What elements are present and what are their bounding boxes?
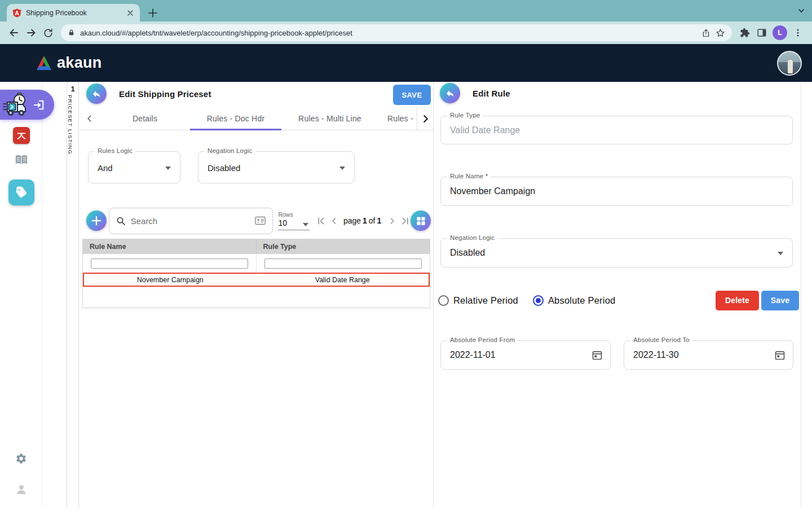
chevron-down-icon (303, 223, 308, 226)
browser-menu-kebab-icon[interactable] (789, 24, 806, 41)
angular-favicon-icon: A (12, 8, 21, 17)
rule-negation-logic-label: Negation Logic (447, 234, 498, 241)
sidebar-profile[interactable] (0, 483, 42, 496)
rules-logic-label: Rules Logic (95, 147, 135, 154)
relative-period-label: Relative Period (453, 295, 518, 306)
user-avatar[interactable] (777, 51, 802, 76)
rules-logic-select[interactable]: Rules Logic And (88, 151, 180, 183)
tab-details[interactable]: Details (100, 107, 190, 130)
new-tab-button[interactable] (145, 6, 160, 20)
rule-panel: Edit Rule Rule Type Valid Date Range Rul… (434, 82, 801, 508)
url-text: akaun.cloud/#/applets/tnt/wavelet/erp/ac… (80, 29, 696, 37)
chevron-down-icon (778, 252, 783, 255)
sidebar-item-docs[interactable] (0, 153, 42, 167)
cell-rule-name: November Campaign (84, 276, 257, 284)
akaun-logo: akaun (36, 54, 102, 72)
browser-tab-strip: A Shipping Pricebook (0, 0, 812, 21)
priceset-listing-strip[interactable]: 1 PRICESET LISTING (67, 82, 79, 508)
reload-icon[interactable] (39, 24, 56, 41)
rule-name-filter-input[interactable] (91, 259, 248, 269)
sidebar-item-pricebook[interactable] (0, 179, 42, 205)
side-panel-icon[interactable] (753, 24, 770, 41)
url-bar[interactable]: akaun.cloud/#/applets/tnt/wavelet/erp/ac… (61, 24, 732, 41)
listing-count: 1 (67, 85, 78, 93)
enter-applet-icon (33, 99, 45, 111)
delivery-truck-clock-icon (3, 93, 30, 117)
absolute-period-to-field[interactable]: Absolute Period To 2022-11-30 (624, 340, 793, 370)
chevron-down-icon (165, 167, 171, 170)
search-icon (116, 216, 126, 226)
card-view-icon[interactable] (255, 216, 266, 225)
grid-view-button[interactable] (411, 211, 431, 231)
table-empty-row (83, 287, 430, 308)
tab-close-icon[interactable] (126, 9, 134, 17)
last-page-icon[interactable] (399, 215, 411, 226)
priceset-back-button[interactable] (86, 84, 107, 104)
extensions-puzzle-icon[interactable] (736, 24, 753, 41)
tab-rules-doc-hdr[interactable]: Rules - Doc Hdr (190, 107, 281, 130)
tab-rules-partial[interactable]: Rules - (378, 107, 413, 130)
person-icon (15, 483, 28, 496)
rule-negation-logic-value: Disabled (450, 248, 485, 258)
priceset-save-button[interactable]: SAVE (393, 85, 431, 105)
sidebar-settings[interactable] (0, 453, 42, 465)
rows-label: Rows (278, 211, 311, 218)
browser-tab[interactable]: A Shipping Pricebook (7, 4, 140, 21)
negation-logic-select[interactable]: Negation Logic Disabled (198, 151, 355, 183)
first-page-icon[interactable] (316, 215, 327, 226)
save-rule-button[interactable]: Save (761, 291, 799, 310)
calendar-icon[interactable] (774, 349, 785, 361)
priceset-panel: Edit Shipping Priceset SAVE Details Rule… (80, 82, 433, 508)
rule-type-field: Rule Type Valid Date Range (440, 116, 793, 144)
prev-page-icon[interactable] (329, 215, 340, 226)
forward-icon[interactable] (23, 24, 39, 41)
sidebar-item-red-app[interactable] (0, 127, 42, 144)
column-header-rule-type[interactable]: Rule Type (257, 239, 430, 254)
rows-per-page[interactable]: Rows 10 (278, 211, 311, 230)
rule-name-field[interactable]: Rule Name * November Campaign (440, 177, 793, 206)
panel-divider (433, 82, 434, 508)
rule-name-label: Rule Name * (447, 173, 491, 179)
chevron-down-icon (339, 167, 345, 170)
negation-logic-label: Negation Logic (205, 147, 255, 154)
browser-toolbar: akaun.cloud/#/applets/tnt/wavelet/erp/ac… (0, 21, 812, 44)
absolute-period-label: Absolute Period (548, 295, 616, 306)
tab-list-chevron-icon[interactable] (797, 7, 805, 15)
tabs-scroll-left-icon[interactable] (80, 107, 100, 130)
browser-profile-avatar[interactable]: L (773, 25, 787, 40)
rules-logic-value: And (98, 163, 113, 172)
rule-type-filter-input[interactable] (264, 259, 422, 269)
absolute-period-radio[interactable] (533, 295, 544, 306)
tabs-scroll-right-icon[interactable] (417, 107, 433, 130)
rules-toolbar: Rows 10 page1of1 (86, 207, 431, 234)
gear-icon (15, 453, 27, 465)
add-rule-button[interactable] (86, 211, 107, 231)
priceset-tabs: Details Rules - Doc Hdr Rules - Multi Li… (80, 107, 433, 130)
tab-title: Shipping Pricebook (26, 9, 122, 17)
plus-icon (91, 216, 102, 226)
sidebar-item-shipping-pricebook[interactable] (0, 90, 54, 120)
relative-period-radio[interactable] (438, 295, 449, 306)
rule-back-button[interactable] (440, 83, 460, 103)
red-app-icon (13, 127, 30, 144)
delete-rule-button[interactable]: Delete (716, 291, 759, 310)
rows-value[interactable]: 10 (278, 218, 310, 230)
absolute-period-from-field[interactable]: Absolute Period From 2022-11-01 (440, 340, 611, 370)
listing-label: PRICESET LISTING (67, 95, 73, 155)
column-header-rule-name[interactable]: Rule Name (83, 239, 257, 254)
grid-icon (416, 216, 426, 226)
app-navbar: akaun (0, 44, 812, 82)
rule-type-value: Valid Date Range (450, 125, 520, 135)
share-icon[interactable] (701, 28, 710, 38)
rules-search-box[interactable] (109, 208, 273, 234)
pagination: page1of1 (316, 215, 411, 226)
bookmark-star-icon[interactable] (716, 28, 725, 38)
priceset-panel-title: Edit Shipping Priceset (119, 89, 211, 99)
search-input[interactable] (131, 216, 250, 226)
tab-rules-multi-line[interactable]: Rules - Multi Line (281, 107, 378, 130)
table-row-selected[interactable]: November Campaign Valid Date Range (83, 273, 430, 287)
calendar-icon[interactable] (592, 349, 603, 361)
next-page-icon[interactable] (386, 215, 398, 226)
back-icon[interactable] (6, 24, 23, 41)
rule-negation-logic-select[interactable]: Negation Logic Disabled (440, 238, 793, 268)
